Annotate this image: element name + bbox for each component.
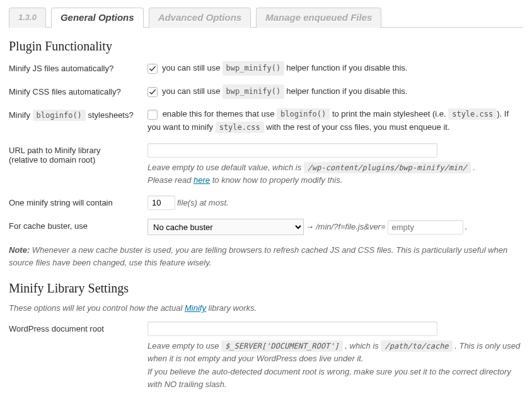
- link-here[interactable]: here: [194, 175, 210, 185]
- code-bloginfo: bloginfo(): [277, 108, 330, 120]
- check-icon: [149, 88, 156, 96]
- label-url-path: URL path to Minify library (relative to …: [9, 143, 147, 165]
- text: .: [473, 163, 475, 172]
- note-cache-buster: Note: Whenever a new cache buster is use…: [9, 244, 523, 269]
- code-bloginfo: bloginfo(): [33, 110, 86, 121]
- text: (relative to domain root): [9, 155, 95, 165]
- label-one-string: One minify string will contain: [9, 195, 147, 207]
- text: with the rest of your css files, you mus…: [266, 122, 449, 132]
- code-path-to-cache: /path/to/cache: [381, 340, 452, 352]
- input-url-path[interactable]: [147, 143, 437, 158]
- note-prefix: Note:: [9, 245, 30, 255]
- text: helper function if you disable this.: [286, 85, 407, 98]
- checkbox-minify-js[interactable]: [147, 64, 158, 74]
- label-minify-css: Minify CSS files automatically?: [9, 84, 147, 96]
- link-minify[interactable]: Minify: [185, 303, 206, 313]
- section-intro: These options will let you control how t…: [9, 303, 523, 313]
- tab-advanced-options[interactable]: Advanced Options: [149, 8, 252, 28]
- section-plugin-functionality: Plugin Functionality: [9, 39, 523, 54]
- text: enable this for themes that use: [163, 109, 275, 119]
- checkbox-minify-css[interactable]: [147, 87, 158, 97]
- text: These options will let you control how t…: [9, 303, 182, 313]
- text: Please read: [147, 175, 191, 185]
- arrow-icon: →: [306, 221, 314, 234]
- label-doc-root: WordPress document root: [9, 322, 147, 333]
- text: helper function if you disable this.: [286, 62, 407, 75]
- text: , which is: [345, 341, 378, 351]
- text: Leave empty to use default value, which …: [147, 163, 301, 172]
- text: library works.: [209, 303, 257, 313]
- label-minify-js: Minify JS files automatically?: [9, 61, 147, 73]
- text: .: [465, 221, 468, 234]
- text: you can still use: [162, 62, 221, 75]
- select-cache-buster[interactable]: No cache buster: [147, 219, 304, 235]
- code-server-docroot: $_SERVER['DOCUMENT_ROOT']: [221, 340, 343, 352]
- code-bwp-minify: bwp_minify(): [223, 84, 285, 99]
- text: stylesheets?: [88, 110, 133, 120]
- label-cache-buster: For cache buster, use: [9, 219, 147, 231]
- code-style-css: style.css: [448, 108, 497, 120]
- text: If you believe the auto-detected documen…: [147, 367, 511, 389]
- tabs-nav: 1.3.0 General Options Advanced Options M…: [9, 8, 523, 28]
- check-icon: [149, 65, 156, 72]
- text: to know how to properly modify this.: [212, 175, 343, 185]
- tab-manage-enqueued[interactable]: Manage enqueued Files: [256, 8, 381, 28]
- text: to print the main stylesheet (i.e.: [332, 109, 446, 119]
- section-minify-library: Minify Library Settings: [9, 281, 523, 296]
- text: Leave empty to use: [147, 341, 219, 351]
- code-bwp-minify: bwp_minify(): [223, 61, 285, 76]
- note-text: Whenever a new cache buster is used, you…: [9, 245, 507, 267]
- text: Minify: [9, 110, 30, 120]
- text: URL path to Minify library: [9, 146, 100, 155]
- input-cache-buster-value[interactable]: [388, 220, 463, 235]
- tab-general-options[interactable]: General Options: [51, 8, 144, 28]
- code-default-path: /wp-content/plugins/bwp-minify/min/: [304, 162, 471, 173]
- text: you can still use: [162, 85, 221, 98]
- helper-doc-root: Leave empty to use $_SERVER['DOCUMENT_RO…: [147, 340, 523, 391]
- text-files-at-most: file(s) at most.: [177, 197, 229, 209]
- label-minify-bloginfo: Minify bloginfo() stylesheets?: [9, 108, 147, 120]
- helper-url-path: Leave empty to use default value, which …: [147, 161, 523, 187]
- checkbox-minify-bloginfo[interactable]: [147, 110, 158, 120]
- input-file-count[interactable]: [147, 195, 175, 210]
- tab-version: 1.3.0: [9, 8, 46, 28]
- input-doc-root[interactable]: [147, 322, 437, 336]
- text-pattern: /min/?f=file.js&ver=: [316, 221, 386, 234]
- code-style-css: style.css: [216, 122, 264, 133]
